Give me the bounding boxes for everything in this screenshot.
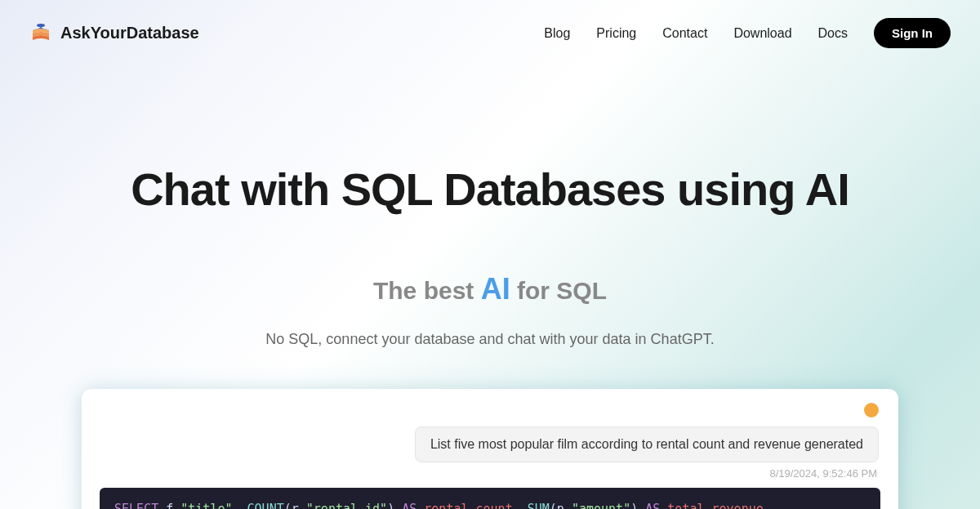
brand-name: AskYourDatabase <box>60 24 199 42</box>
nav: Blog Pricing Contact Download Docs Sign … <box>544 18 951 48</box>
avatar <box>862 401 880 419</box>
subtitle-suffix: for SQL <box>510 277 607 304</box>
hero: Chat with SQL Databases using AI The bes… <box>0 66 980 509</box>
signin-button[interactable]: Sign In <box>874 18 951 48</box>
subtitle-prefix: The best <box>373 277 481 304</box>
logo-section[interactable]: AskYourDatabase <box>29 22 199 45</box>
nav-contact[interactable]: Contact <box>662 26 707 41</box>
nav-pricing[interactable]: Pricing <box>596 26 636 41</box>
sql-code-block: SELECT f."title", COUNT(r."rental_id") A… <box>100 488 880 509</box>
nav-download[interactable]: Download <box>733 26 791 41</box>
sql-line-1: SELECT f."title", COUNT(r."rental_id") A… <box>114 499 866 509</box>
hero-title: Chat with SQL Databases using AI <box>0 164 980 215</box>
user-message: List five most popular film according to… <box>415 426 879 462</box>
logo-icon <box>29 22 52 45</box>
subtitle-highlight: AI <box>481 272 510 306</box>
chat-preview: List five most popular film according to… <box>82 389 898 509</box>
nav-docs[interactable]: Docs <box>818 26 848 41</box>
svg-point-0 <box>37 24 45 27</box>
hero-description: No SQL, connect your database and chat w… <box>0 331 980 348</box>
nav-blog[interactable]: Blog <box>544 26 570 41</box>
timestamp: 8/19/2024, 9:52:46 PM <box>100 467 877 480</box>
header: AskYourDatabase Blog Pricing Contact Dow… <box>0 0 980 66</box>
hero-subtitle: The best AI for SQL <box>0 272 980 306</box>
